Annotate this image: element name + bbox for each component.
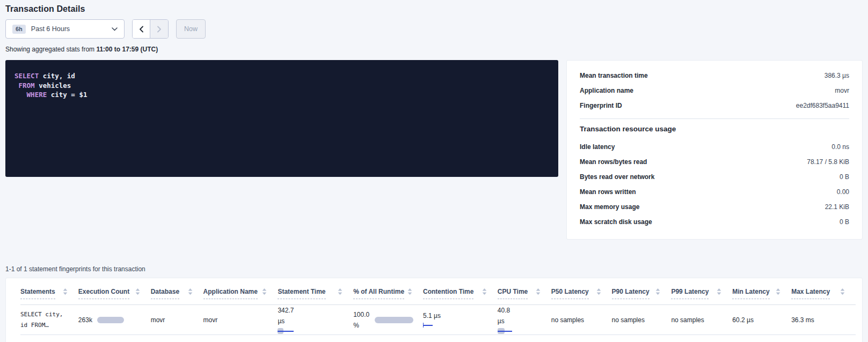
resource-value: 0.0 ns <box>831 143 849 151</box>
statement-time-unit: µs <box>278 316 348 326</box>
cell-max-latency: 36.3 ms <box>791 316 856 324</box>
sort-icon[interactable] <box>262 288 267 295</box>
cpu-time-bar-graph <box>498 328 514 334</box>
column-label: Max Latency <box>791 288 830 299</box>
runtime-bar <box>375 317 413 323</box>
runtime-unit: % <box>353 320 369 331</box>
resource-value: 0 B <box>840 218 849 226</box>
now-button[interactable]: Now <box>176 19 206 39</box>
cell-min-latency: 60.2 µs <box>732 316 791 324</box>
column-header-application-name[interactable]: Application Name <box>203 286 278 304</box>
column-header-contention-time[interactable]: Contention Time <box>423 286 498 304</box>
resource-value: 22.1 KiB <box>825 203 849 211</box>
sort-icon[interactable] <box>482 288 487 295</box>
sort-icon[interactable] <box>717 288 721 295</box>
statement-link-line[interactable]: SELECT city, <box>20 309 73 320</box>
execution-count-bar <box>97 317 124 323</box>
statements-count-caption: 1-1 of 1 statement fingerprints for this… <box>5 265 863 273</box>
summary-label: Mean transaction time <box>580 72 648 79</box>
column-header-max-latency[interactable]: Max Latency <box>791 286 856 304</box>
cpu-time-value: 40.8 <box>498 305 546 316</box>
sql-text: city, id <box>39 72 75 80</box>
column-header-min-latency[interactable]: Min Latency <box>732 286 791 304</box>
column-label: % of All Runtime <box>353 288 404 299</box>
resource-row-idle-latency: Idle latency 0.0 ns <box>580 139 849 154</box>
main-content-row: SELECT city, id FROM vehicles WHERE city… <box>5 60 863 240</box>
next-time-button[interactable] <box>150 20 168 38</box>
sort-icon[interactable] <box>596 288 601 295</box>
column-label: Database <box>151 288 179 299</box>
resource-value: 78.17 / 5.8 KiB <box>807 158 849 166</box>
column-header-p90-latency[interactable]: P90 Latency <box>612 286 672 304</box>
column-label: P99 Latency <box>671 288 709 299</box>
sql-indent <box>14 91 27 99</box>
statements-table: Statements Execution Count Database Appl… <box>5 278 863 342</box>
sort-icon[interactable] <box>407 288 412 295</box>
sort-icon[interactable] <box>338 288 342 295</box>
stddev-line <box>498 331 512 332</box>
resource-value: 0 B <box>840 173 849 181</box>
summary-value: 386.3 µs <box>825 72 849 79</box>
subtitle-range: 11:00 to 17:59 (UTC) <box>96 46 158 53</box>
contention-time-value: 5.1 µs <box>423 312 492 319</box>
column-header-database[interactable]: Database <box>151 286 203 304</box>
sort-icon[interactable] <box>840 288 845 295</box>
resource-row-max-memory-usage: Max memory usage 22.1 KiB <box>580 199 849 214</box>
sort-icon[interactable] <box>188 288 193 295</box>
resource-row-mean-rows-written: Mean rows written 0.00 <box>580 184 849 199</box>
cpu-time-unit: µs <box>498 316 546 326</box>
sort-icon[interactable] <box>655 288 660 295</box>
sql-keyword: WHERE <box>27 91 47 99</box>
sql-indent <box>14 81 19 90</box>
sort-icon[interactable] <box>135 288 140 295</box>
column-header-pct-of-all-runtime[interactable]: % of All Runtime <box>353 286 423 304</box>
time-range-dropdown[interactable]: 6h Past 6 Hours <box>5 19 125 39</box>
transaction-summary-panel: Mean transaction time 386.3 µs Applicati… <box>566 60 863 240</box>
cell-p99-latency: no samples <box>671 316 732 324</box>
stddev-line <box>423 325 433 326</box>
column-header-statements[interactable]: Statements <box>20 286 78 304</box>
summary-value: movr <box>835 87 849 94</box>
resource-row-mean-rows-bytes-read: Mean rows/bytes read 78.17 / 5.8 KiB <box>580 154 849 169</box>
summary-label: Fingerprint ID <box>580 102 622 109</box>
column-header-execution-count[interactable]: Execution Count <box>78 286 151 304</box>
subtitle-prefix: Showing aggregated stats from <box>5 46 96 53</box>
table-row: SELECT city, id FROM… 263k movr movr 342… <box>20 305 856 335</box>
cell-pct-of-all-runtime: 100.0 % <box>353 309 423 331</box>
aggregation-subtitle: Showing aggregated stats from 11:00 to 1… <box>5 46 863 53</box>
sql-text: city = $1 <box>47 91 87 99</box>
resource-label: Idle latency <box>580 143 615 151</box>
panel-divider <box>580 118 849 119</box>
contention-time-bar-graph <box>423 323 439 328</box>
cell-application-name: movr <box>203 316 278 324</box>
time-picker-row: 6h Past 6 Hours Now <box>5 19 863 39</box>
summary-row-mean-transaction-time: Mean transaction time 386.3 µs <box>580 68 849 83</box>
column-label: Statements <box>20 288 55 299</box>
sort-icon[interactable] <box>536 288 541 295</box>
sql-line: SELECT city, id <box>14 71 550 81</box>
page-title: Transaction Details <box>5 0 863 14</box>
resource-label: Max scratch disk usage <box>580 218 652 226</box>
sort-icon[interactable] <box>63 288 68 295</box>
sort-icon[interactable] <box>776 288 781 295</box>
resource-value: 0.00 <box>837 188 849 196</box>
cell-statement[interactable]: SELECT city, id FROM… <box>20 309 78 331</box>
statement-time-value: 342.7 <box>278 305 348 316</box>
sql-line: WHERE city = $1 <box>14 90 550 100</box>
resource-usage-heading: Transaction resource usage <box>580 125 849 133</box>
sql-statement-box: SELECT city, id FROM vehicles WHERE city… <box>5 60 558 177</box>
runtime-value: 100.0 <box>353 309 369 320</box>
statement-link-line[interactable]: id FROM… <box>20 320 73 331</box>
resource-row-max-scratch-disk-usage: Max scratch disk usage 0 B <box>580 214 849 229</box>
column-header-p50-latency[interactable]: P50 Latency <box>551 286 612 304</box>
resource-label: Max memory usage <box>580 203 639 211</box>
statement-time-bar-graph <box>278 328 296 334</box>
time-range-label: Past 6 Hours <box>31 25 106 33</box>
column-header-p99-latency[interactable]: P99 Latency <box>671 286 732 304</box>
column-label: Statement Time <box>278 288 325 299</box>
prev-time-button[interactable] <box>133 20 150 38</box>
column-header-cpu-time[interactable]: CPU Time <box>498 286 551 304</box>
summary-row-application-name: Application name movr <box>580 83 849 98</box>
sql-keyword: SELECT <box>14 72 39 80</box>
column-header-statement-time[interactable]: Statement Time <box>278 286 353 304</box>
